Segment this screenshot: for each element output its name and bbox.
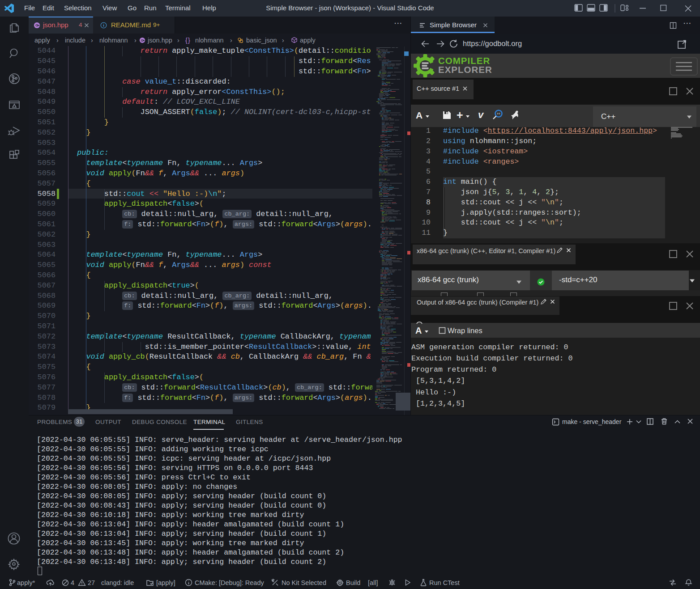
svg-text:C: C <box>141 38 144 42</box>
